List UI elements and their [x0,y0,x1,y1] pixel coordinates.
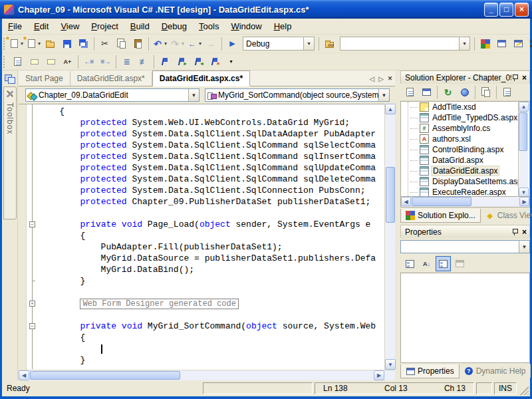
menu-tools[interactable]: Tools [193,19,225,33]
tree-item[interactable]: Aauthors.xsl [404,134,529,144]
bookmarks-dropdown-button[interactable]: ▾ [223,54,239,69]
code-line[interactable]: protected Chapter_09.PublisherDataSet pu… [39,196,395,207]
code-line[interactable]: protected System.Data.SqlClient.SqlDataA… [39,128,395,140]
paste-button[interactable] [130,36,146,51]
display-member-list-button[interactable] [10,54,25,69]
tree-item[interactable]: ExecuteReader.aspx [404,187,529,197]
dropdown-arrow-icon[interactable]: ▼ [519,241,529,253]
toolbar-grip[interactable] [3,38,5,50]
collapse-region-icon[interactable]: − [29,323,35,329]
horizontal-scroll-thumb[interactable] [30,371,180,380]
view-designer-button[interactable] [419,84,434,100]
add-item-button[interactable]: ▾ [25,36,41,51]
toggle-bookmark-button[interactable] [157,54,172,69]
code-line[interactable]: { [39,332,395,343]
show-all-files-button[interactable] [478,84,493,100]
solution-configurations-combo[interactable]: Debug▾ [243,37,315,51]
code-line[interactable]: Web Form Designer generated code [39,298,395,309]
resize-grip[interactable] [520,386,529,395]
editor-horizontal-scrollbar[interactable]: ◀ ▶ [19,370,395,380]
display-quick-info-button[interactable] [43,54,59,69]
alphabetical-button[interactable]: A↓ [419,256,434,271]
scroll-right-icon[interactable]: ▶ [374,370,384,380]
tree-item[interactable]: #AssemblyInfo.cs [404,123,529,134]
menu-debug[interactable]: Debug [156,19,193,33]
properties-view-button[interactable] [436,256,451,271]
tree-item[interactable]: DisplayDataSetItems.aspx [404,176,529,187]
code-line[interactable]: MyGrid.DataBind(); [39,264,395,275]
horizontal-scroll-thumb[interactable] [412,197,471,206]
code-line[interactable]: PubAdapter.Fill(publisherDataSet1); [39,241,395,253]
navigate-back-button[interactable]: ←▾ [186,36,202,51]
properties-window-button[interactable] [494,36,509,51]
code-text[interactable]: { protected System.Web.UI.WebControls.Da… [39,104,395,370]
dropdown-arrow-icon[interactable]: ▾ [182,41,184,47]
increase-indent-button[interactable]: ≡→ [98,54,113,69]
scroll-left-icon[interactable]: ◀ [19,370,29,380]
collapse-region-icon[interactable]: − [29,221,35,227]
save-all-button[interactable] [76,36,91,51]
close-panel-icon[interactable]: × [522,227,527,237]
vertical-scroll-thumb[interactable] [386,167,395,223]
tree-item[interactable]: AddTitle_TypedDS.aspx [404,112,529,123]
toolbar-grip[interactable] [3,56,7,68]
tree-item[interactable]: ControlBinding.aspx [404,144,529,155]
new-project-button[interactable]: ▾ [8,36,24,51]
tree-item[interactable]: DataGrid.aspx [404,155,529,166]
scroll-up-icon[interactable]: ▲ [385,104,396,114]
menu-window[interactable]: Window [225,19,267,33]
dropdown-arrow-icon[interactable]: ▾ [38,41,41,47]
tree-vertical-scrollbar[interactable]: ▲ ▼ [518,102,528,197]
types-dropdown[interactable]: Chapter_09.DataGridEdit ▼ [25,88,200,102]
code-line[interactable]: protected System.Data.SqlClient.SqlComma… [39,140,395,151]
open-file-button[interactable] [43,36,58,51]
refresh-button[interactable]: ↻ [440,84,456,100]
cut-button[interactable]: ✂ [97,36,112,51]
code-line[interactable]: { [39,230,395,241]
scroll-tabs-right-button[interactable]: ▷ [378,75,384,82]
save-button[interactable] [59,36,74,51]
dropdown-arrow-icon[interactable]: ▾ [164,41,167,47]
panel-tab-solution-explorer[interactable]: Solution Explo... [400,209,481,223]
scroll-down-icon[interactable]: ▼ [385,359,396,370]
code-line[interactable]: protected System.Data.SqlClient.SqlComma… [39,162,395,174]
property-grid[interactable] [400,273,530,363]
close-button[interactable]: × [515,3,529,17]
selection-margin[interactable] [19,104,27,370]
tree-horizontal-scrollbar[interactable]: ◀ ▶ [400,197,530,207]
scroll-right-icon[interactable]: ▶ [519,197,529,206]
document-tab[interactable]: DataGridEdit.aspx* [70,71,152,86]
code-line[interactable] [39,287,395,298]
vertical-scroll-thumb[interactable] [519,112,527,151]
tree-item[interactable]: AddTitle.xsd [404,102,529,112]
dropdown-arrow-icon[interactable]: ▾ [459,37,469,50]
code-line[interactable]: private void Page_Load(object sender, Sy… [39,219,395,230]
panel-tab-properties[interactable]: Properties [400,364,460,378]
comment-selection-button[interactable]: ≣ [119,54,134,69]
scroll-up-icon[interactable]: ▲ [519,102,529,112]
code-line[interactable]: } [39,354,395,366]
code-line[interactable]: private void MyGrid_SortCommand(object s… [39,321,395,332]
panel-tab-dynamic-help[interactable]: ?Dynamic Help [460,364,531,378]
menu-help[interactable]: Help [268,19,298,33]
restore-button[interactable]: □ [499,3,513,17]
view-code-button[interactable] [402,84,418,100]
menu-view[interactable]: View [55,19,85,33]
server-explorer-icon[interactable] [5,74,15,84]
properties-button[interactable] [499,84,515,100]
code-line[interactable]: } [39,275,395,287]
code-editor[interactable]: −+− { protected System.Web.UI.WebControl… [19,104,395,370]
close-document-button[interactable]: × [388,74,392,83]
toolbox-tab[interactable]: Toolbox [3,86,17,219]
display-parameter-info-button[interactable] [27,54,42,69]
decrease-indent-button[interactable]: ←≡ [81,54,96,69]
copy-project-button[interactable] [457,84,472,100]
dropdown-arrow-icon[interactable]: ▼ [188,89,199,101]
code-line[interactable] [39,207,395,219]
close-panel-icon[interactable]: × [522,73,527,82]
complete-word-button[interactable]: A+ [60,54,75,69]
start-button[interactable]: ▶ [225,36,240,51]
find-combo[interactable]: ▾ [340,37,470,51]
solution-tree[interactable]: AddTitle.xsdAddTitle_TypedDS.aspx#Assemb… [400,101,530,197]
document-tab[interactable]: DataGridEdit.aspx.cs* [152,70,250,86]
